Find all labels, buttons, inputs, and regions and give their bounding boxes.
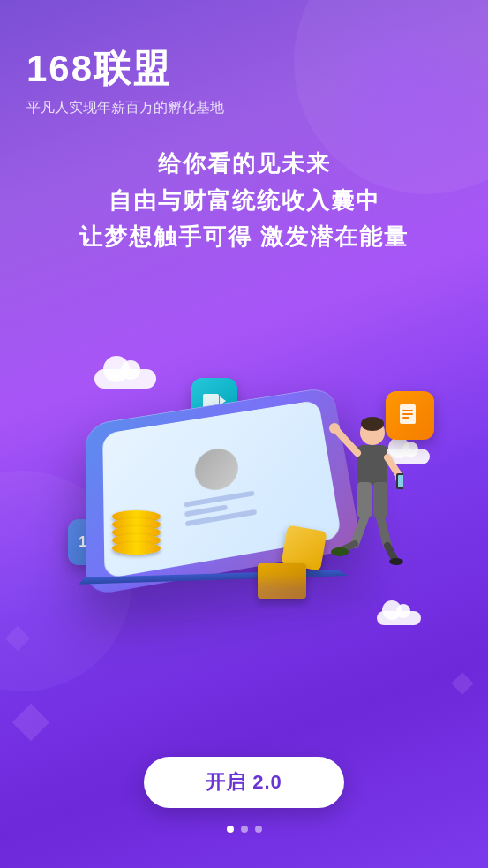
illustration-section: 168 [0, 265, 488, 757]
svg-line-9 [337, 431, 357, 453]
svg-line-19 [380, 517, 387, 546]
dot-1[interactable] [227, 826, 234, 833]
svg-point-21 [331, 547, 349, 556]
svg-line-20 [387, 546, 394, 559]
svg-rect-14 [398, 475, 403, 487]
bottom-section: 开启 2.0 [0, 757, 488, 868]
dot-2[interactable] [241, 826, 248, 833]
person-figure [324, 413, 403, 572]
page-container: 168联盟 平凡人实现年薪百万的孵化基地 给你看的见未来 自由与财富统统收入囊中… [0, 0, 488, 868]
screen-avatar [193, 446, 240, 494]
dot-3[interactable] [255, 826, 262, 833]
svg-rect-3 [402, 410, 413, 411]
person-svg [324, 413, 403, 572]
svg-point-7 [361, 417, 384, 431]
svg-line-11 [387, 457, 399, 475]
floor-shadow [94, 581, 377, 608]
cloud-1 [94, 369, 156, 389]
svg-rect-15 [357, 482, 372, 517]
cloud-3 [377, 611, 421, 625]
svg-line-17 [355, 517, 364, 544]
svg-rect-4 [402, 413, 413, 415]
screen-lines [184, 491, 257, 527]
slogan-line-3: 让梦想触手可得 激发潜在能量 [18, 219, 470, 256]
svg-point-10 [329, 423, 340, 434]
coins-stack [112, 510, 161, 550]
svg-point-22 [389, 558, 403, 565]
page-dots [227, 826, 262, 833]
svg-rect-5 [402, 417, 409, 419]
start-button[interactable]: 开启 2.0 [144, 757, 344, 808]
svg-rect-16 [373, 482, 387, 517]
svg-rect-8 [357, 445, 387, 485]
phone-scene: 168 [41, 343, 447, 678]
